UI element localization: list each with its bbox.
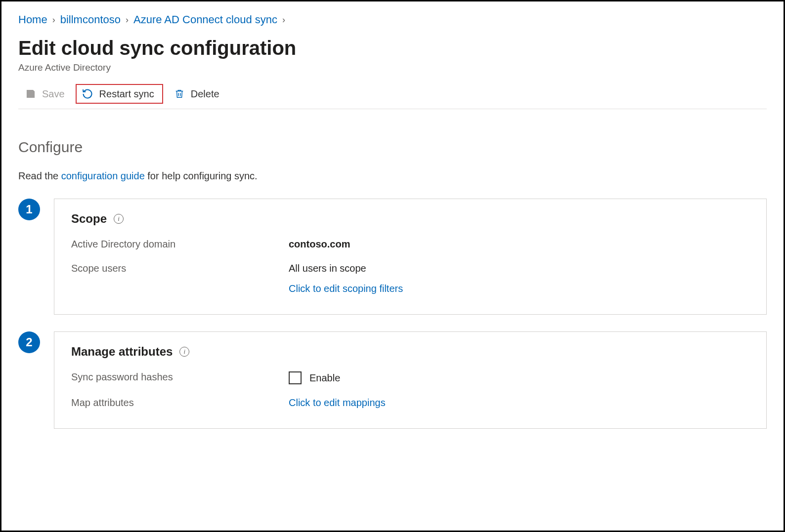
configure-intro: Read the configuration guide for help co… — [18, 170, 767, 182]
restart-sync-button[interactable]: Restart sync — [76, 84, 163, 104]
chevron-right-icon: › — [52, 15, 55, 25]
toolbar: Save Restart sync Delete — [18, 84, 767, 109]
info-icon[interactable]: i — [179, 347, 189, 357]
scope-users-value: All users in scope Click to edit scoping… — [289, 263, 749, 294]
scope-users-text: All users in scope — [289, 263, 749, 274]
ad-domain-label: Active Directory domain — [71, 239, 289, 250]
save-icon — [25, 88, 36, 99]
restart-icon — [82, 88, 93, 100]
breadcrumb-cloud-sync[interactable]: Azure AD Connect cloud sync — [133, 13, 277, 26]
configuration-guide-link[interactable]: configuration guide — [61, 170, 145, 181]
svg-rect-0 — [29, 94, 32, 97]
step-scope: 1 Scope i Active Directory domain contos… — [18, 199, 767, 315]
manage-attributes-card: Manage attributes i Sync password hashes… — [54, 331, 767, 429]
scope-title: Scope — [71, 212, 107, 226]
breadcrumb-home[interactable]: Home — [18, 13, 47, 26]
info-icon[interactable]: i — [114, 214, 124, 224]
step-manage-attributes: 2 Manage attributes i Sync password hash… — [18, 331, 767, 429]
breadcrumb-tenant[interactable]: billmcontoso — [60, 13, 121, 26]
chevron-right-icon: › — [282, 15, 285, 25]
save-label: Save — [42, 88, 65, 100]
scope-users-label: Scope users — [71, 263, 289, 294]
page-subtitle: Azure Active Directory — [18, 62, 767, 73]
edit-mappings-link[interactable]: Click to edit mappings — [289, 397, 386, 408]
intro-suffix: for help configuring sync. — [145, 170, 258, 181]
restart-label: Restart sync — [99, 88, 154, 100]
configure-heading: Configure — [18, 139, 767, 156]
delete-label: Delete — [191, 88, 219, 100]
delete-icon — [174, 88, 185, 99]
delete-button[interactable]: Delete — [167, 84, 226, 104]
sync-password-label: Sync password hashes — [71, 371, 289, 384]
scope-card: Scope i Active Directory domain contoso.… — [54, 199, 767, 315]
page-title: Edit cloud sync configuration — [18, 37, 767, 59]
step-badge-1: 1 — [18, 199, 40, 220]
breadcrumb: Home › billmcontoso › Azure AD Connect c… — [18, 13, 767, 26]
intro-prefix: Read the — [18, 170, 61, 181]
enable-sync-checkbox[interactable] — [289, 371, 302, 384]
enable-sync-checkbox-label: Enable — [309, 372, 340, 384]
edit-scoping-filters-link[interactable]: Click to edit scoping filters — [289, 283, 403, 294]
chevron-right-icon: › — [126, 15, 129, 25]
save-button[interactable]: Save — [18, 84, 72, 104]
manage-attributes-title: Manage attributes — [71, 345, 173, 359]
ad-domain-value: contoso.com — [289, 239, 749, 250]
step-badge-2: 2 — [18, 331, 40, 353]
map-attributes-label: Map attributes — [71, 397, 289, 409]
